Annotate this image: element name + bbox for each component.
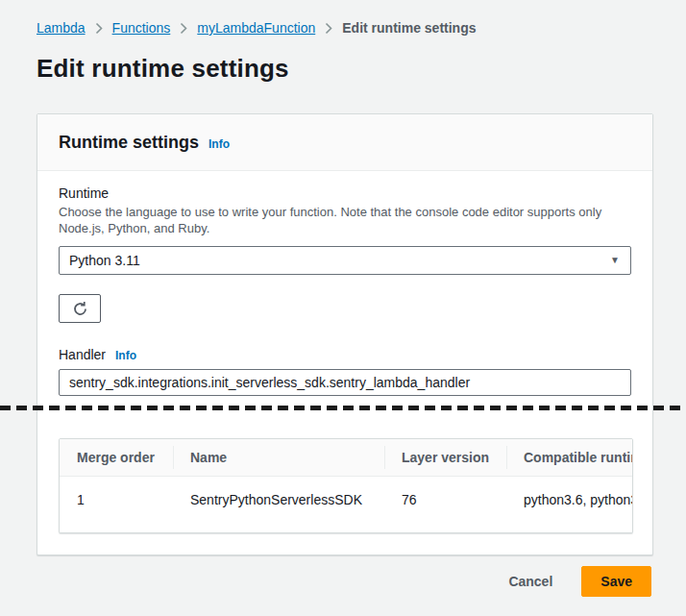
- cell-compatible-runtimes: python3.6, python3.7, python3.8, python3…: [506, 477, 633, 532]
- table-row: 1 SentryPythonServerlessSDK 76 python3.6…: [60, 477, 633, 532]
- cell-merge-order: 1: [60, 477, 173, 532]
- panel-header: Runtime settings Info: [37, 114, 652, 171]
- screenshot-snip-divider: [0, 406, 686, 410]
- breadcrumb-link-lambda[interactable]: Lambda: [37, 20, 86, 36]
- column-header-merge-order: Merge order: [60, 439, 173, 476]
- caret-down-icon: ▼: [610, 247, 620, 274]
- page-title: Edit runtime settings: [37, 54, 289, 84]
- column-header-layer-version: Layer version: [384, 439, 506, 476]
- breadcrumb-link-functions[interactable]: Functions: [112, 20, 171, 36]
- breadcrumb: Lambda Functions myLambdaFunction Edit r…: [37, 20, 476, 36]
- runtime-select[interactable]: Python 3.11 ▼: [59, 246, 631, 275]
- refresh-runtimes-button[interactable]: [59, 294, 101, 323]
- cancel-button[interactable]: Cancel: [508, 574, 552, 589]
- handler-field-label: Handler: [59, 346, 106, 363]
- column-header-name: Name: [173, 439, 384, 476]
- cell-layer-version: 76: [384, 477, 506, 532]
- chevron-right-icon: [179, 22, 188, 35]
- panel-info-link[interactable]: Info: [208, 137, 230, 151]
- footer-actions: Cancel Save: [37, 566, 651, 597]
- runtime-field-description: Choose the language to use to write your…: [59, 204, 631, 236]
- chevron-right-icon: [94, 22, 104, 35]
- column-header-compatible-runtimes: Compatible runtimes: [506, 439, 633, 476]
- panel-title: Runtime settings: [59, 133, 199, 153]
- cell-name: SentryPythonServerlessSDK: [173, 477, 384, 532]
- layers-table-inner: Merge order Name Layer version Compatibl…: [60, 439, 633, 532]
- save-button[interactable]: Save: [581, 566, 651, 597]
- panel-body: Runtime Choose the language to use to wr…: [37, 171, 652, 533]
- refresh-icon: [72, 301, 88, 317]
- runtime-field-label: Runtime: [59, 185, 631, 202]
- chevron-right-icon: [324, 22, 333, 35]
- breadcrumb-current-page: Edit runtime settings: [342, 20, 476, 36]
- handler-input[interactable]: [59, 369, 631, 396]
- handler-info-link[interactable]: Info: [115, 349, 136, 362]
- runtime-settings-panel: Runtime settings Info Runtime Choose the…: [37, 113, 653, 555]
- layers-table-header: Merge order Name Layer version Compatibl…: [60, 439, 633, 477]
- handler-label-row: Handler Info: [59, 346, 631, 363]
- layers-table: Merge order Name Layer version Compatibl…: [59, 438, 633, 533]
- runtime-select-value: Python 3.11: [69, 253, 140, 268]
- breadcrumb-link-function-name[interactable]: myLambdaFunction: [197, 20, 315, 36]
